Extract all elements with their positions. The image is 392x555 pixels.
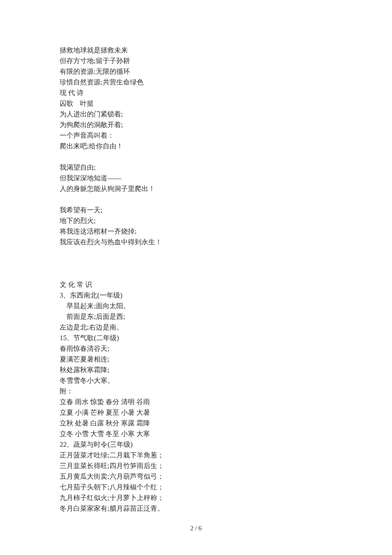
body-line: 七月茄子头朝下;八月辣椒个个红； xyxy=(60,482,332,492)
body-line: 前面是东;后面是西; xyxy=(60,311,332,322)
blank-line xyxy=(60,269,332,279)
poem-line: 人的身躯怎能从狗洞子里爬出！ xyxy=(60,183,332,194)
poem-line: 爬出来吧;给你自由！ xyxy=(60,141,332,151)
appendix-line: 立冬 小雪 大雪 冬至 小寒 大寒 xyxy=(60,428,332,439)
body-line: 春雨惊春清谷天; xyxy=(60,343,332,354)
body-line: 九月柿子红似火;十月萝卜上秤称； xyxy=(60,492,332,503)
body-line: 秋处露秋寒霜降; xyxy=(60,364,332,375)
appendix-line: 立夏 小满 芒种 夏至 小暑 大暑 xyxy=(60,407,332,418)
poem-line: 为狗爬出的洞敞开着; xyxy=(60,119,332,130)
section-heading: 文 化 常 识 xyxy=(60,279,332,290)
body-line: 早晨起来;面向太阳。 xyxy=(60,301,332,311)
poem-line: 但我深深地知道—— xyxy=(60,173,332,183)
body-line: 冬雪雪冬小大寒。 xyxy=(60,375,332,386)
poem-line: 地下的烈火; xyxy=(60,215,332,226)
appendix-label: 附： xyxy=(60,386,332,396)
blank-line xyxy=(60,258,332,269)
blank-line xyxy=(60,194,332,205)
poem-title: 囚歌 叶挺 xyxy=(60,98,332,109)
poem-line: 我希望有一天; xyxy=(60,205,332,215)
appendix-line: 立春 雨水 惊蛰 春分 清明 谷雨 xyxy=(60,396,332,407)
poem-line: 将我连这活棺材一齐烧掉; xyxy=(60,226,332,237)
slogan-line: 有限的资源;无限的循环 xyxy=(60,66,332,77)
poem-line: 为人进出的门紧锁着; xyxy=(60,109,332,119)
document-page: 拯救地球就是拯救未来 但存方寸地;留于子孙耕 有限的资源;无限的循环 珍惜自然资… xyxy=(0,0,392,555)
poem-line: 一个声音高叫着： xyxy=(60,130,332,141)
body-line: 冬月白菜家家有;腊月蒜苗正泛青。 xyxy=(60,503,332,514)
body-line: 五月黄瓜大街卖;六月葫芦弯似弓； xyxy=(60,471,332,482)
body-line: 三月韭菜长得旺;四月竹笋雨后生； xyxy=(60,460,332,471)
appendix-line: 立秋 处暑 白露 秋分 寒露 霜降 xyxy=(60,418,332,428)
slogan-line: 拯救地球就是拯救未来 xyxy=(60,45,332,55)
body-line: 正月菠菜才吐绿;二月栽下羊角葱； xyxy=(60,450,332,460)
subsection-title: 22、蔬菜与时令(三年级) xyxy=(60,439,332,450)
subsection-title: 15、节气歌(二年级) xyxy=(60,332,332,343)
poem-line: 我渴望自由; xyxy=(60,162,332,173)
poem-line: 我应该在烈火与热血中得到永生！ xyxy=(60,237,332,247)
blank-line xyxy=(60,151,332,162)
blank-line xyxy=(60,247,332,258)
section-heading: 现 代 诗 xyxy=(60,87,332,98)
body-line: 夏满芒夏暑相连; xyxy=(60,354,332,364)
subsection-title: 3、东西南北(一年级) xyxy=(60,290,332,301)
slogan-line: 但存方寸地;留于子孙耕 xyxy=(60,55,332,66)
body-line: 左边是北;右边是南。 xyxy=(60,322,332,332)
page-number: 2 / 6 xyxy=(0,523,392,534)
slogan-line: 珍惜自然资源;共营生命绿色 xyxy=(60,77,332,87)
